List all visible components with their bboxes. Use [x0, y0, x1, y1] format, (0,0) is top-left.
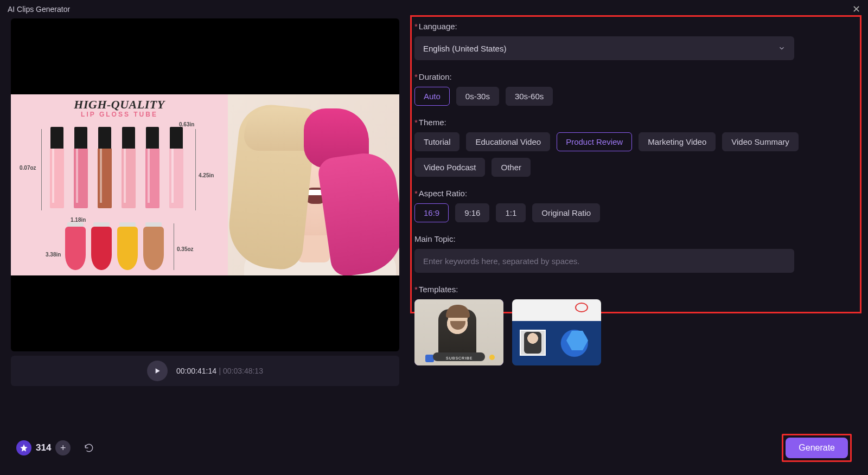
templates-label: Templates:	[414, 285, 857, 294]
dim-height: 4.25in	[199, 172, 214, 178]
theme-option-product-review[interactable]: Product Review	[557, 132, 632, 151]
templates-row: SUBSCRIBE	[414, 299, 857, 365]
template-option-1[interactable]: SUBSCRIBE	[414, 299, 503, 365]
close-icon[interactable]: ✕	[852, 3, 860, 15]
aspect-option-16-9[interactable]: 16:9	[414, 203, 449, 222]
duration-option-30-60[interactable]: 30s-60s	[506, 87, 553, 106]
play-icon	[153, 367, 162, 375]
language-label: Language:	[414, 22, 857, 31]
theme-option-summary[interactable]: Video Summary	[722, 132, 798, 151]
theme-label: Theme:	[414, 118, 857, 127]
theme-option-marketing[interactable]: Marketing Video	[639, 132, 716, 151]
dim-oz2: 0.35oz	[177, 246, 194, 252]
theme-option-tutorial[interactable]: Tutorial	[414, 132, 459, 151]
star-icon	[20, 444, 28, 452]
template-option-2[interactable]	[512, 299, 601, 365]
add-credits-button[interactable]: +	[55, 440, 71, 455]
frame-subhead: LIP GLOSS TUBE	[11, 111, 228, 118]
play-button[interactable]	[147, 361, 168, 381]
theme-option-other[interactable]: Other	[492, 158, 531, 177]
generate-highlight: Generate	[782, 434, 852, 462]
language-value: English (United States)	[423, 44, 506, 53]
aspect-option-1-1[interactable]: 1:1	[496, 203, 526, 222]
theme-option-educational[interactable]: Educational Video	[466, 132, 550, 151]
video-preview[interactable]: HIGH-QUALITY LIP GLOSS TUBE 0.07oz 0.63i…	[11, 18, 399, 351]
language-select[interactable]: English (United States)	[414, 36, 794, 60]
video-frame: HIGH-QUALITY LIP GLOSS TUBE 0.07oz 0.63i…	[11, 94, 399, 275]
topic-label: Main Topic:	[414, 234, 857, 243]
duration-option-0-30[interactable]: 0s-30s	[456, 87, 499, 106]
window-title: AI Clips Generator	[8, 5, 70, 14]
theme-option-podcast[interactable]: Video Podcast	[414, 158, 485, 177]
duration-option-auto[interactable]: Auto	[414, 87, 450, 106]
dim-oz1: 0.07oz	[20, 165, 36, 171]
dim-bottom: 3.38in	[46, 252, 61, 258]
aspect-option-original[interactable]: Original Ratio	[532, 203, 600, 222]
refresh-button[interactable]	[81, 440, 97, 455]
credit-count: 314	[36, 442, 51, 453]
time-total: | 00:03:48:13	[219, 367, 263, 375]
playback-bar: 00:00:41:14 | 00:03:48:13	[11, 356, 399, 386]
credits-icon	[16, 440, 31, 455]
aspect-chips: 16:9 9:16 1:1 Original Ratio	[414, 203, 857, 222]
refresh-icon	[84, 443, 94, 453]
frame-headline: HIGH-QUALITY	[11, 98, 228, 112]
chevron-down-icon	[778, 44, 786, 52]
generate-button[interactable]: Generate	[786, 438, 848, 458]
theme-chips: Tutorial Educational Video Product Revie…	[414, 132, 857, 177]
aspect-label: Aspect Ratio:	[414, 189, 857, 198]
aspect-option-9-16[interactable]: 9:16	[455, 203, 489, 222]
template-caption: SUBSCRIBE	[446, 356, 473, 360]
duration-label: Duration:	[414, 72, 857, 81]
topic-input[interactable]	[414, 249, 794, 273]
duration-chips: Auto 0s-30s 30s-60s	[414, 87, 857, 106]
time-current: 00:00:41:14	[176, 367, 216, 375]
